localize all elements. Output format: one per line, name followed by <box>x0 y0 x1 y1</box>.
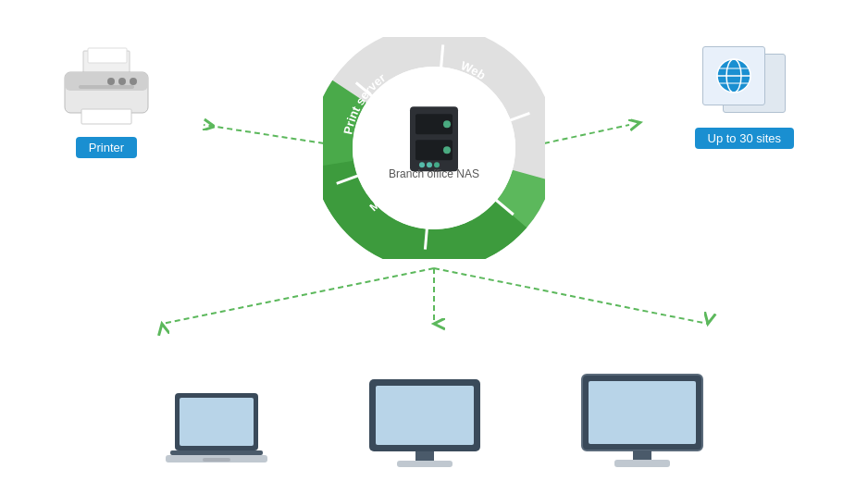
laptop-icon <box>161 388 272 472</box>
svg-line-0 <box>204 125 324 143</box>
svg-rect-25 <box>88 48 127 63</box>
donut-ring: Print server Web Mail, Directory, Backup <box>323 37 545 259</box>
svg-rect-49 <box>589 381 696 444</box>
svg-point-31 <box>130 78 137 85</box>
svg-line-1 <box>544 125 629 143</box>
svg-rect-46 <box>415 451 434 461</box>
laptop-device <box>161 388 272 472</box>
svg-rect-40 <box>180 398 254 446</box>
bottom-devices <box>0 370 868 472</box>
web-icon <box>702 46 786 120</box>
large-monitor-device <box>577 370 707 472</box>
svg-point-30 <box>118 78 126 85</box>
large-monitor-icon <box>577 370 707 472</box>
svg-point-18 <box>443 120 451 128</box>
monitor-device <box>365 375 485 472</box>
nas-label: Branch office NAS <box>383 166 485 182</box>
printer-icon <box>56 46 157 130</box>
svg-rect-45 <box>376 386 474 445</box>
web-container: Up to 30 sites <box>695 46 795 149</box>
diagram-container: Print server Web Mail, Directory, Backup <box>0 0 868 481</box>
svg-rect-47 <box>397 461 453 467</box>
svg-rect-41 <box>170 450 263 455</box>
svg-point-20 <box>443 146 451 154</box>
svg-line-4 <box>434 268 708 324</box>
web-label: Up to 30 sites <box>695 128 795 149</box>
svg-rect-52 <box>614 460 670 467</box>
svg-rect-43 <box>203 458 230 462</box>
svg-rect-51 <box>633 450 651 460</box>
printer-label: Printer <box>76 137 137 158</box>
svg-line-2 <box>162 268 434 324</box>
monitor-icon <box>365 375 485 472</box>
svg-rect-32 <box>81 109 131 124</box>
svg-rect-28 <box>79 85 134 89</box>
printer-container: Printer <box>56 46 157 158</box>
svg-point-29 <box>107 78 115 85</box>
